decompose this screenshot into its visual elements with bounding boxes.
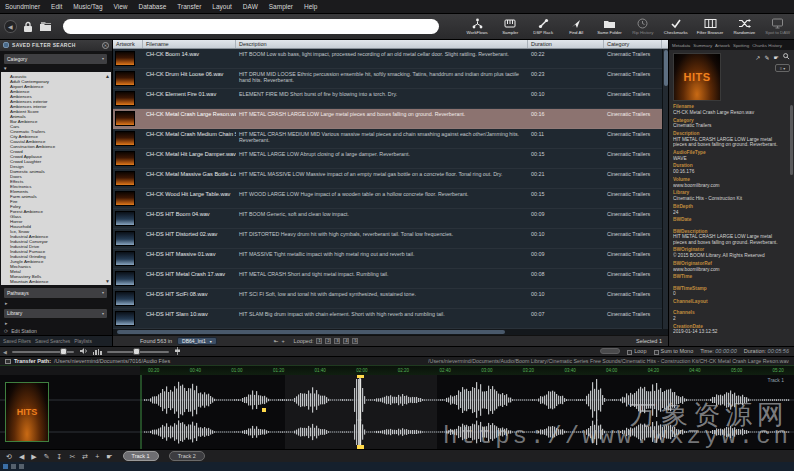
loop-slot-1[interactable]: 1 bbox=[316, 338, 322, 344]
expand-arrow-icon[interactable]: ▸ bbox=[0, 300, 112, 306]
library-dropdown[interactable]: Library ▾ bbox=[3, 308, 108, 320]
menu-item[interactable]: Database bbox=[139, 3, 167, 10]
table-row[interactable]: CH-DS HIT Boom 04.wav HIT BOOM Generic, … bbox=[113, 209, 668, 229]
gear-icon[interactable] bbox=[3, 42, 9, 48]
table-row[interactable]: CH-CK Boom 14.wav HIT BOOM Low sub bass,… bbox=[113, 49, 668, 69]
edit-station-button[interactable]: ⟳ Edit Station bbox=[0, 326, 112, 335]
close-icon[interactable]: ✕ bbox=[102, 42, 109, 49]
workflows-button[interactable]: WorkFlows bbox=[465, 18, 489, 35]
sidebar-tab[interactable]: Saved Searches bbox=[35, 339, 70, 344]
hand-icon[interactable]: ☛ bbox=[774, 54, 779, 61]
same-folder-button[interactable]: Same Folder bbox=[597, 18, 622, 35]
loop-toggle[interactable]: Loop bbox=[627, 348, 646, 354]
loop-slot-5[interactable]: 5 bbox=[352, 338, 358, 344]
trim-icon[interactable]: ⇤ bbox=[274, 338, 279, 344]
add-icon[interactable]: + bbox=[281, 338, 284, 344]
slider-knob[interactable] bbox=[60, 348, 67, 355]
scroll-up-icon[interactable]: ▲ bbox=[105, 73, 110, 79]
filter-icon[interactable]: ▼ bbox=[0, 66, 112, 73]
menu-item[interactable]: View bbox=[114, 3, 128, 10]
sidebar-tab[interactable]: Playlists bbox=[74, 339, 92, 344]
scrollbar-thumb[interactable] bbox=[117, 330, 505, 334]
metadata-tab[interactable]: Spotting bbox=[733, 43, 749, 48]
track-1-button[interactable]: Track 1 bbox=[123, 451, 159, 461]
table-row[interactable]: CH-CK Element Fire 01.wav ELEMENT FIRE M… bbox=[113, 89, 668, 109]
category-dropdown[interactable]: Category ▾ bbox=[3, 53, 108, 65]
pan-slider[interactable] bbox=[12, 351, 74, 353]
lock-icon[interactable] bbox=[23, 21, 33, 33]
cut-icon[interactable]: ✂ bbox=[69, 453, 75, 460]
panel-icon[interactable] bbox=[19, 464, 24, 469]
menu-item[interactable]: Layout bbox=[212, 3, 232, 10]
spot-to-daw-button[interactable]: Spot to DAW bbox=[765, 18, 790, 35]
column-duration[interactable]: Duration bbox=[528, 40, 604, 48]
vertical-scrollbar[interactable] bbox=[662, 49, 668, 329]
table-row[interactable]: CH-CK Metal Hit Large Damper.wav HIT MET… bbox=[113, 149, 668, 169]
panel-scrollbar[interactable] bbox=[790, 105, 793, 175]
back-button[interactable]: ◀ bbox=[4, 20, 17, 33]
loop-mode-icon[interactable]: ⟲ bbox=[6, 453, 12, 460]
loop-slot-3[interactable]: 3 bbox=[334, 338, 340, 344]
panel-icon[interactable] bbox=[11, 464, 16, 469]
insert-icon[interactable]: ↧ bbox=[57, 453, 63, 460]
menu-item[interactable]: Edit bbox=[51, 3, 62, 10]
album-artwork[interactable]: HITS bbox=[673, 53, 721, 101]
metadata-tab[interactable]: Metadata bbox=[672, 43, 690, 48]
export-icon[interactable]: ↗ bbox=[756, 54, 761, 61]
metadata-tab[interactable]: Summary bbox=[693, 43, 712, 48]
menu-item[interactable]: Sampler bbox=[269, 3, 293, 10]
menu-item[interactable]: Help bbox=[304, 3, 317, 10]
slider-knob[interactable] bbox=[133, 348, 140, 355]
table-row[interactable]: CH-DS HIT Massive 01.wav HIT MASSIVE Tig… bbox=[113, 249, 668, 269]
time-ruler[interactable]: 00:2000:4001:0001:2001:4002:0002:2002:40… bbox=[0, 365, 794, 375]
track-2-button[interactable]: Track 2 bbox=[169, 451, 205, 461]
column-description[interactable]: Description bbox=[236, 40, 528, 48]
table-row[interactable]: CH-CK Drum Hit Loose 06.wav HIT DRUM MID… bbox=[113, 69, 668, 89]
metadata-tab[interactable]: Chunks History bbox=[752, 43, 782, 48]
edit-pencil-icon[interactable]: ✎ bbox=[44, 453, 50, 460]
rip-history-button[interactable]: Rip History bbox=[631, 18, 655, 35]
table-row[interactable]: CH-DS HIT SciFi 08.wav HIT SCI FI Soft, … bbox=[113, 289, 668, 309]
volume-slider[interactable] bbox=[107, 351, 169, 353]
folder-small-icon[interactable] bbox=[5, 359, 11, 364]
add-icon[interactable]: + bbox=[95, 453, 99, 460]
play-icon[interactable]: ▶ bbox=[31, 453, 36, 460]
checkmarks-button[interactable]: Checkmarks bbox=[664, 18, 688, 35]
swap-icon[interactable]: ⇄ bbox=[82, 453, 88, 460]
metadata-tab[interactable]: Artwork bbox=[715, 43, 730, 48]
table-row[interactable]: CH-CK Metal Massive Gas Bottle Low.wav H… bbox=[113, 169, 668, 189]
search-input[interactable] bbox=[63, 19, 440, 34]
sidebar-tab[interactable]: Saved Filters bbox=[3, 339, 31, 344]
menu-item[interactable]: Transfer bbox=[177, 3, 201, 10]
transfer-path-value[interactable]: /Users/nievermind/Documents/7016/Audio F… bbox=[54, 358, 170, 364]
table-row[interactable]: CH-DS HIT Distorted 02.wav HIT DISTORTED… bbox=[113, 229, 668, 249]
column-category[interactable]: Category bbox=[604, 40, 662, 48]
edit-icon[interactable]: ✎ bbox=[765, 54, 770, 61]
magnifier-icon[interactable] bbox=[783, 53, 790, 61]
column-filename[interactable]: Filename bbox=[143, 40, 236, 48]
table-row[interactable]: CH-DS HIT Metal Crash 17.wav HIT METAL C… bbox=[113, 269, 668, 289]
randomize-button[interactable]: Randomize bbox=[732, 18, 756, 35]
table-row[interactable]: CH-CK Metal Crash Large Reson.wav HIT ME… bbox=[113, 109, 668, 129]
table-row[interactable]: CH-DS HIT Slam 10.wav HIT SLAM Big drum … bbox=[113, 309, 668, 329]
hand-icon[interactable]: ☛ bbox=[106, 453, 112, 460]
menu-item[interactable]: Music/Tag bbox=[73, 3, 102, 10]
table-row[interactable]: CH-CK Wood Hit Large Table.wav HIT WOOD … bbox=[113, 189, 668, 209]
loop-slot-2[interactable]: 2 bbox=[325, 338, 331, 344]
filter-browser-button[interactable]: Filter Browser bbox=[697, 18, 724, 35]
grid-icon[interactable] bbox=[3, 464, 8, 469]
sum-to-mono-toggle[interactable]: Sum to Mono bbox=[654, 348, 694, 354]
find-all-button[interactable]: Find All bbox=[564, 18, 588, 35]
preview-menu-button[interactable]: ≡ ▾ bbox=[775, 64, 790, 72]
album-artwork-thumbnail[interactable]: HITS bbox=[5, 382, 49, 442]
dsp-rack-button[interactable]: DSP Rack bbox=[531, 18, 555, 35]
scroll-down-icon[interactable]: ▼ bbox=[105, 278, 110, 284]
fader-icon[interactable] bbox=[174, 347, 181, 356]
scrollbar-thumb[interactable] bbox=[664, 50, 668, 86]
speaker-icon[interactable] bbox=[79, 347, 88, 356]
collapse-icon[interactable]: ◀ bbox=[3, 349, 7, 355]
menu-item[interactable]: DAW bbox=[243, 3, 258, 10]
menu-item[interactable]: Soundminer bbox=[5, 3, 40, 10]
table-row[interactable]: CH-CK Metal Crash Medium Chain Smash.wav… bbox=[113, 129, 668, 149]
loop-slot-4[interactable]: 4 bbox=[343, 338, 349, 344]
